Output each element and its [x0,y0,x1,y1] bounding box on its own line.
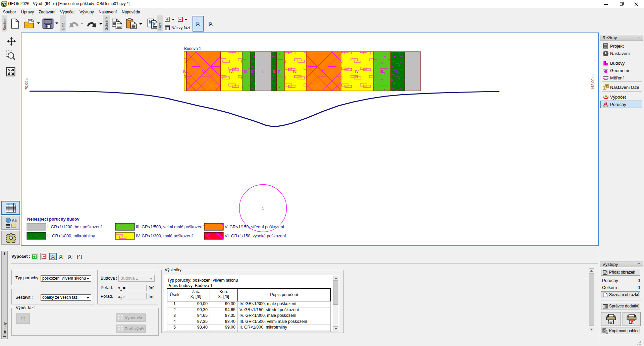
svg-text:142,00 m: 142,00 m [591,74,595,90]
svg-text:VI. GR>1/150, vysoké poškození: VI. GR>1/150, vysoké poškození [225,234,286,238]
svg-text:IV.: IV. [183,69,187,74]
svg-text:III.: III. [380,69,384,74]
svg-text:II. GR<1/800, mikrotrhliny: II. GR<1/800, mikrotrhliny [47,234,95,238]
svg-text:III. GR<1/500, velmi malé pošk: III. GR<1/500, velmi malé poškození [136,225,204,229]
svg-text:I.: I. [412,69,414,74]
svg-text:II.: II. [396,69,399,74]
svg-text:Nebezpečí poruchy budov: Nebezpečí poruchy budov [27,217,79,222]
svg-text:70,00 m: 70,00 m [24,76,29,90]
svg-text:1: 1 [262,206,264,211]
svg-text:V.: V. [322,69,325,74]
svg-text:II.: II. [251,69,254,74]
svg-text:III.: III. [278,69,282,74]
svg-text:IV.: IV. [355,69,360,74]
svg-text:IV.: IV. [293,69,298,74]
svg-text:IV. GR<1/300, malé poškození: IV. GR<1/300, malé poškození [136,234,193,238]
svg-text:Ab: Ab [12,218,17,223]
svg-text:1: 1 [604,86,605,90]
svg-text:Budova 1: Budova 1 [184,46,201,51]
svg-text:III.: III. [244,69,248,74]
svg-text:V. GR<1/150, střední poškození: V. GR<1/150, střední poškození [225,225,284,229]
svg-text:V.: V. [202,69,205,74]
svg-text:II.: II. [273,69,276,74]
svg-text:I. GR<1/1200, bez poškození: I. GR<1/1200, bez poškození [47,225,102,229]
svg-text:I.: I. [262,69,265,74]
svg-text:IV.: IV. [229,69,234,74]
